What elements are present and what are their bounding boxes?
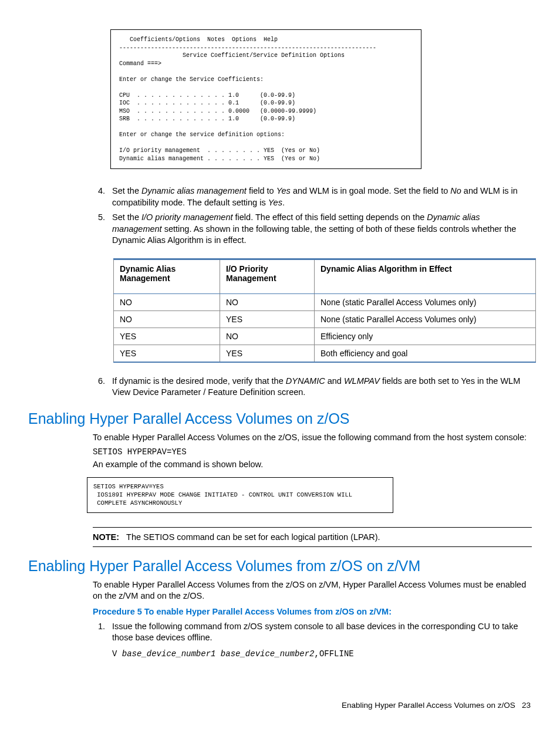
section-heading-enable-zos: Enabling Hyper Parallel Access Volumes o…: [28, 410, 532, 427]
footer-title: Enabling Hyper Parallel Access Volumes o…: [342, 701, 515, 710]
step-1: Issue the following command from z/OS sy…: [107, 621, 532, 660]
menu-bar: Coefficients/Options Notes Options Help: [119, 36, 278, 43]
step-6: If dynamic is the desired mode, verify t…: [107, 376, 532, 399]
col-header: Dynamic Alias Management: [114, 259, 220, 293]
paragraph: An example of the command is shown below…: [28, 459, 532, 471]
prompt-coefficients: Enter or change the Service Coefficients…: [119, 76, 264, 83]
table-row: YESNOEfficiency only: [114, 328, 536, 345]
page-footer: Enabling Hyper Parallel Access Volumes o…: [28, 701, 532, 710]
step-4: Set the Dynamic alias management field t…: [107, 185, 532, 208]
row-cpu: CPU . . . . . . . . . . . . . 1.0 (0.0-9…: [119, 92, 295, 99]
col-header: I/O Priority Management: [220, 259, 315, 293]
row-mso: MSO . . . . . . . . . . . . . 0.0000 (0.…: [119, 108, 316, 114]
row-io-priority: I/O priority management . . . . . . . . …: [119, 147, 320, 154]
note-box: NOTE:The SETIOS command can be set for e…: [93, 527, 532, 547]
command-setios: SETIOS HYPERPAV=YES: [28, 447, 532, 457]
procedure-heading: Procedure 5 To enable Hyper Parallel Acc…: [28, 607, 532, 616]
alias-algorithm-table: Dynamic Alias Management I/O Priority Ma…: [113, 258, 536, 363]
procedure-5-steps: Issue the following command from z/OS sy…: [28, 621, 532, 660]
page-number: 23: [522, 701, 531, 710]
procedure-steps-4-5: Set the Dynamic alias management field t…: [28, 185, 532, 247]
step-5: Set the I/O priority management field. T…: [107, 212, 532, 247]
row-ioc: IOC . . . . . . . . . . . . . 0.1 (0.0-9…: [119, 100, 295, 106]
command-prompt: Command ===>: [119, 60, 161, 67]
paragraph: To enable Hyper Parallel Access Volumes …: [28, 432, 532, 444]
terminal-screen-service-options: Coefficients/Options Notes Options Help …: [110, 29, 421, 169]
table-row: NONONone (static Parallel Access Volumes…: [114, 293, 536, 310]
section-heading-enable-zvm: Enabling Hyper Parallel Access Volumes f…: [28, 558, 532, 575]
row-dynamic-alias: Dynamic alias management . . . . . . . .…: [119, 156, 320, 162]
paragraph: To enable Hyper Parallel Access Volumes …: [28, 579, 532, 602]
note-label: NOTE:: [93, 532, 119, 542]
col-header: Dynamic Alias Algorithm in Effect: [315, 259, 536, 293]
command-vary-offline: V base_device_number1 base_device_number…: [112, 649, 532, 660]
row-srb: SRB . . . . . . . . . . . . . 1.0 (0.0-9…: [119, 116, 295, 122]
screen-title: Service Coefficient/Service Definition O…: [119, 52, 345, 59]
table-row: NOYESNone (static Parallel Access Volume…: [114, 310, 536, 328]
rule: ----------------------------------------…: [119, 45, 376, 51]
terminal-screen-setios-output: SETIOS HYPERPAV=YES IOS189I HYPERPAV MOD…: [87, 477, 393, 513]
procedure-step-6: If dynamic is the desired mode, verify t…: [28, 376, 532, 399]
note-text: The SETIOS command can be set for each l…: [126, 532, 380, 542]
table-row: YESYESBoth efficiency and goal: [114, 345, 536, 362]
prompt-options: Enter or change the service definition o…: [119, 131, 285, 138]
